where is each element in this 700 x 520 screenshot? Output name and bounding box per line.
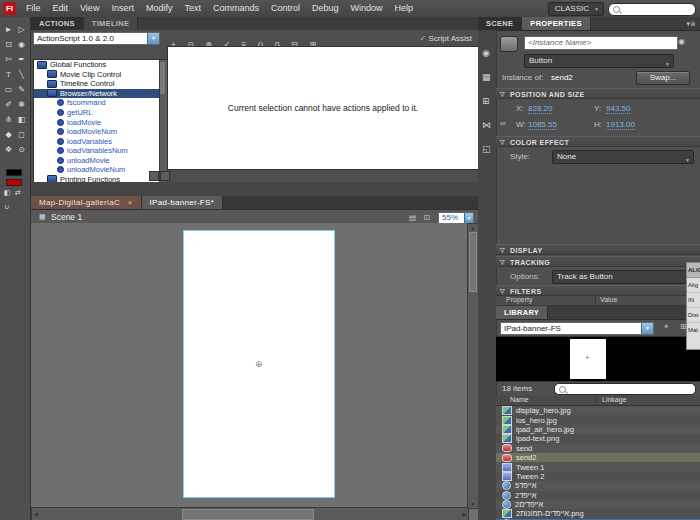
hand-tool[interactable]: ✥ (2, 142, 15, 157)
transform-panel-icon[interactable]: ◱ (482, 144, 491, 154)
swap-button[interactable]: Swap... (636, 71, 690, 85)
tree-item-unloadmovie[interactable]: unloadMovie (34, 155, 160, 165)
actionscript-version-select[interactable]: ActionScript 1.0 & 2.0 ▼ (33, 32, 160, 45)
y-value[interactable]: 943.50 (606, 104, 630, 114)
tracking-select[interactable]: Track as Button ▼ (552, 270, 694, 284)
pen-tool[interactable]: ✒ (15, 52, 28, 67)
tree-item-movie-clip-control[interactable]: Movie Clip Control (34, 70, 160, 80)
menu-commands[interactable]: Commands (207, 0, 265, 17)
menu-control[interactable]: Control (265, 0, 306, 17)
library-item[interactable]: Tween 2 (496, 472, 700, 481)
menu-text[interactable]: Text (178, 0, 207, 17)
rectangle-tool[interactable]: ▭ (2, 82, 15, 97)
tab-actions[interactable]: ACTIONS (31, 17, 84, 30)
workspace-switcher[interactable]: CLASSIC ▼ (548, 2, 604, 16)
tree-item-loadvariablesnum[interactable]: loadVariablesNum (34, 146, 160, 156)
menu-edit[interactable]: Edit (47, 0, 75, 17)
tree-item-global-functions[interactable]: Global Functions (34, 60, 160, 70)
library-item[interactable]: ipad_air_hero.jpg (496, 425, 700, 434)
tree-item-loadmovie[interactable]: loadMovie (34, 117, 160, 127)
menu-file[interactable]: File (20, 0, 47, 17)
library-name-column[interactable]: Name (510, 396, 529, 403)
align-section-label[interactable]: Alig (687, 278, 700, 293)
line-tool[interactable]: ╲ (15, 67, 28, 82)
bone-tool[interactable]: ⋔ (2, 112, 15, 127)
brush-tool[interactable]: ✐ (2, 97, 15, 112)
info-panel-icon[interactable]: ⋈ (482, 120, 491, 130)
tab-properties[interactable]: PROPERTIES (522, 17, 590, 30)
library-linkage-column[interactable]: Linkage (602, 396, 627, 403)
stage-pasteboard[interactable]: ⊕ ▲ ▼ ◀ ▶ (31, 223, 478, 520)
menu-view[interactable]: View (74, 0, 105, 17)
tree-item-unloadmovienum[interactable]: unloadMovieNum (34, 165, 160, 175)
stage-horizontal-scrollbar[interactable]: ◀ ▶ (31, 507, 469, 520)
zoom-tool[interactable]: ⊙ (15, 142, 28, 157)
eraser-tool[interactable]: ◻ (15, 127, 28, 142)
section-tracking[interactable]: ▽ TRACKING (496, 256, 700, 267)
library-item[interactable]: ios_hero.jpg (496, 415, 700, 424)
script-editor[interactable]: Current selection cannot have actions ap… (167, 46, 479, 170)
match-size-section-label[interactable]: Mat (687, 323, 700, 337)
style-select[interactable]: None ▼ (552, 150, 694, 164)
fill-color-swatch[interactable] (6, 179, 22, 186)
tab-library[interactable]: LIBRARY (496, 306, 548, 319)
align-panel-tab[interactable]: ALIG (687, 263, 700, 278)
library-item[interactable]: ipad-text.png (496, 434, 700, 443)
h-value[interactable]: 1913.00 (606, 120, 635, 130)
document-tab-ipad-banner[interactable]: IPad-banner-FS* (142, 196, 224, 209)
pane-menu-icon[interactable] (160, 171, 170, 181)
toolbox-toggle-icon[interactable] (149, 171, 159, 181)
zoom-select[interactable]: 55% ▼ (438, 212, 474, 224)
menu-help[interactable]: Help (389, 0, 420, 17)
app-logo-icon[interactable]: Fl (3, 2, 16, 15)
menu-debug[interactable]: Debug (306, 0, 345, 17)
tree-item-fscommand[interactable]: fscommand (34, 98, 160, 108)
subselection-tool[interactable]: ▷ (15, 22, 28, 37)
deco-tool[interactable]: ❋ (15, 97, 28, 112)
edit-scene-icon[interactable]: ▤ (409, 213, 416, 222)
info-section-label[interactable]: IN (687, 293, 700, 308)
search-input[interactable] (608, 3, 696, 16)
tree-item-loadvariables[interactable]: loadVariables (34, 136, 160, 146)
tab-scene[interactable]: SCENE (478, 17, 522, 30)
free-transform-tool[interactable]: ⊡ (2, 37, 15, 52)
library-item-selected[interactable]: send2 (496, 453, 700, 462)
tab-timeline[interactable]: TIMELINE (84, 17, 138, 30)
eyedropper-tool[interactable]: ◆ (2, 127, 15, 142)
panel-menu-icon[interactable]: ▾≣ (687, 20, 696, 28)
library-search-input[interactable] (554, 383, 696, 395)
tree-item-timeline-control[interactable]: Timeline Control (34, 79, 160, 89)
swap-colors-icon[interactable]: ⇄ (15, 189, 21, 197)
menu-modify[interactable]: Modify (140, 0, 179, 17)
tree-item-browser-network[interactable]: Browser/Network (34, 89, 160, 99)
black-white-swatch-icon[interactable]: ◧ (4, 189, 11, 197)
3d-rotation-tool[interactable]: ◉ (15, 37, 28, 52)
accessibility-icon[interactable]: ◉ (678, 37, 685, 46)
lasso-tool[interactable]: ✄ (2, 52, 15, 67)
section-position-and-size[interactable]: ▽ POSITION AND SIZE (496, 88, 700, 99)
w-value[interactable]: 1085.55 (528, 120, 557, 130)
selection-tool[interactable]: ► (2, 22, 15, 37)
library-item[interactable]: אייפד2 (496, 491, 700, 500)
document-tab-map-digital[interactable]: Map-Digital-galleriaC × (31, 196, 142, 209)
menu-insert[interactable]: Insert (105, 0, 140, 17)
section-display[interactable]: ▽ DISPLAY (496, 244, 700, 255)
library-item[interactable]: send (496, 444, 700, 453)
library-item[interactable]: Tween 1 (496, 462, 700, 471)
section-filters[interactable]: ▽ FILTERS (496, 285, 700, 296)
close-icon[interactable]: × (128, 198, 133, 207)
instance-name-input[interactable]: <Instance Name> (524, 36, 678, 50)
symbol-type-select[interactable]: Button ▼ (524, 54, 674, 68)
distribute-section-label[interactable]: Dist (687, 308, 700, 323)
library-item[interactable]: display_hero.jpg (496, 406, 700, 415)
section-color-effect[interactable]: ▽ COLOR EFFECT (496, 136, 700, 147)
scene-breadcrumb[interactable]: Scene 1 (51, 212, 82, 222)
color-panel-icon[interactable]: ◉ (482, 48, 490, 58)
lock-dimensions-icon[interactable]: ∞ (500, 119, 506, 128)
text-tool[interactable]: T (2, 67, 15, 82)
swatches-panel-icon[interactable]: ▦ (482, 72, 491, 82)
library-document-select[interactable]: IPad-banner-FS ▼ (500, 322, 654, 335)
align-panel-icon[interactable]: ⊞ (482, 96, 490, 106)
pin-library-icon[interactable]: ⌖ (664, 322, 669, 332)
library-item[interactable]: אייפד5 (496, 481, 700, 490)
